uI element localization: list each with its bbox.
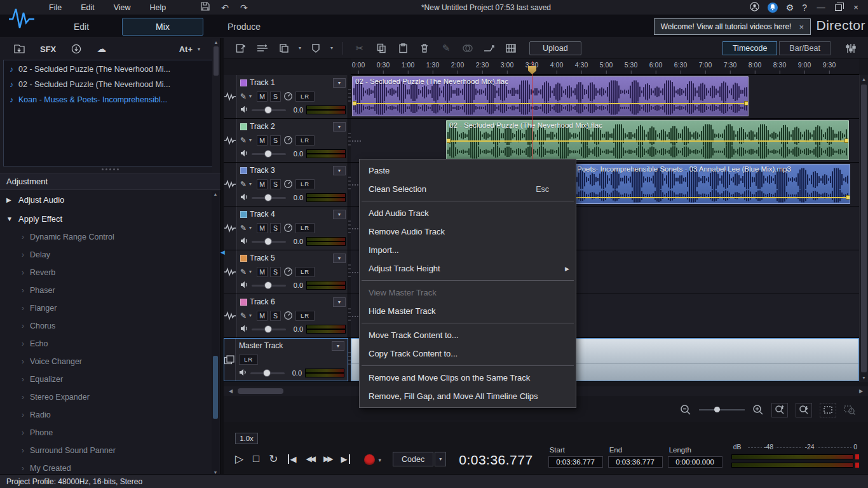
playback-speed[interactable]: 1.0x [235, 433, 258, 444]
field-value[interactable]: 0:03:36.777 [608, 456, 663, 468]
channel-lr-button[interactable]: LR [295, 223, 315, 233]
undo-icon[interactable]: ↶ [221, 3, 229, 13]
panel-collapse-icon[interactable]: ◀ [220, 249, 225, 255]
redo-icon[interactable]: ↷ [240, 3, 248, 13]
track-menu-button[interactable]: ▼ [333, 78, 346, 88]
caret-down-icon[interactable]: ▾ [296, 45, 304, 51]
volume-slider-thumb[interactable] [264, 106, 272, 114]
speaker-icon[interactable] [240, 236, 248, 247]
caret-down-icon[interactable]: ▾ [249, 181, 254, 187]
context-menu-item[interactable]: ▶ [360, 320, 576, 326]
vertical-zoom-out-icon[interactable] [771, 403, 788, 417]
effect-item[interactable]: › Phaser [0, 281, 220, 299]
automation-keyframe[interactable] [352, 101, 356, 105]
loop-button[interactable]: ↻ [269, 452, 278, 466]
context-menu-item[interactable]: ▶ [360, 278, 576, 283]
track-lane[interactable]: 02 - Secluded Puzzle (The Neverhood Mix)… [351, 119, 859, 162]
effect-item[interactable]: › Stereo Expander [0, 388, 220, 406]
volume-slider[interactable] [252, 241, 286, 243]
scrollbar-thumb[interactable] [861, 85, 867, 372]
rewind-button[interactable]: ◀◀ [306, 454, 314, 463]
volume-slider-thumb[interactable] [264, 238, 272, 245]
next-button[interactable]: ▶ [341, 454, 350, 464]
scrollbar-thumb[interactable] [238, 388, 283, 394]
zoom-in-icon[interactable] [752, 404, 764, 416]
mute-button[interactable]: M [257, 135, 268, 146]
volume-slider-thumb[interactable] [264, 281, 272, 289]
track-lane[interactable]: 02 - Secluded Puzzle (The Neverhood Mix)… [351, 75, 859, 118]
solo-button[interactable]: S [270, 92, 281, 102]
volume-slider-thumb[interactable] [263, 369, 271, 377]
effect-item[interactable]: › Voice Changer [0, 353, 220, 370]
snap-grid-icon[interactable] [501, 41, 520, 56]
context-menu-item[interactable]: Clean Selection Esc ▶ [360, 180, 576, 198]
track-header[interactable]: Track 6 ▼ ✎ ▾ M S LR [224, 294, 348, 337]
help-icon[interactable]: ? [802, 3, 807, 13]
effect-item[interactable]: › Chorus [0, 317, 220, 335]
automation-keyframe[interactable] [744, 101, 749, 105]
record-button[interactable] [364, 454, 375, 465]
volume-slider[interactable] [252, 153, 286, 155]
edit-track-icon[interactable]: ✎ [240, 268, 247, 276]
vertical-scrollbar[interactable]: ▲ ▼ [859, 75, 868, 382]
context-menu-item[interactable]: Remove, Fill Gap, and Move All Timeline … [360, 387, 576, 405]
channel-lr-button[interactable]: LR [295, 135, 315, 146]
effect-item[interactable]: › Flanger [0, 299, 220, 317]
effect-item[interactable]: › My Created [0, 459, 220, 474]
pan-knob[interactable] [283, 223, 293, 233]
menu-item[interactable]: View [104, 0, 140, 15]
track-menu-button[interactable]: ▼ [332, 341, 344, 351]
track-header[interactable]: Track 5 ▼ ✎ ▾ M S LR [224, 250, 348, 294]
track-menu-button[interactable]: ▼ [333, 210, 346, 219]
mute-button[interactable]: M [257, 311, 268, 321]
zoom-out-icon[interactable] [680, 404, 691, 416]
add-track-icon[interactable] [253, 41, 272, 56]
mute-button[interactable]: M [257, 92, 268, 102]
normalize-icon[interactable] [231, 41, 250, 56]
track-header[interactable]: Master Track ▼ ✎ ▾ M S [224, 338, 348, 381]
delete-icon[interactable] [415, 41, 434, 56]
library-item[interactable]: ♪ 02 - Secluded Puzzle (The Neverhood Mi… [4, 62, 217, 77]
channel-lr-button[interactable]: LR [295, 267, 315, 277]
volume-slider[interactable] [252, 285, 286, 287]
volume-slider-thumb[interactable] [264, 194, 272, 201]
ruler[interactable]: 0:000:301:001:302:002:303:003:304:004:30… [351, 58, 859, 75]
solo-button[interactable]: S [270, 311, 281, 321]
effect-item[interactable]: › Radio [0, 406, 220, 424]
automation-keyframe[interactable] [844, 139, 849, 143]
context-menu-item[interactable]: Import... ▶ [360, 241, 576, 259]
volume-slider[interactable] [252, 109, 286, 111]
track-menu-button[interactable]: ▼ [333, 122, 346, 132]
channel-lr-button[interactable]: LR [239, 355, 258, 365]
track-header[interactable]: Track 1 ▼ ✎ ▾ M S LR [224, 75, 348, 118]
barbeat-toggle-button[interactable]: Bar/Beat [779, 41, 831, 55]
library-item[interactable]: ♪ 02 - Secluded Puzzle (The Neverhood Mi… [4, 77, 217, 92]
tab-mix[interactable]: Mix [122, 18, 203, 36]
menu-item[interactable]: Help [140, 0, 176, 15]
volume-automation-line[interactable] [353, 103, 748, 104]
paste-icon[interactable] [393, 41, 412, 56]
volume-automation-line[interactable] [447, 140, 848, 142]
panel-resize-handle[interactable] [0, 166, 220, 172]
track-header[interactable]: Track 2 ▼ ✎ ▾ M S LR [224, 119, 348, 162]
menu-item[interactable]: Edit [71, 0, 104, 15]
effect-item[interactable]: › Equalizer [0, 370, 220, 388]
context-menu-item[interactable]: Add Audio Track ▶ [360, 204, 576, 222]
speaker-icon[interactable] [240, 148, 248, 159]
speaker-icon[interactable] [240, 192, 248, 203]
automation-keyframe[interactable] [446, 139, 451, 143]
clip-tool-icon[interactable] [275, 41, 294, 56]
effect-item[interactable]: › Phone [0, 424, 220, 442]
tooltip-close-icon[interactable]: × [799, 22, 804, 32]
scroll-down-icon[interactable]: ▼ [860, 376, 868, 380]
volume-slider[interactable] [250, 372, 285, 374]
speaker-icon[interactable] [240, 280, 248, 291]
tab-produce[interactable]: Produce [203, 18, 285, 35]
effect-item[interactable]: › Surround Sound Panner [0, 442, 220, 459]
solo-button[interactable]: S [270, 267, 281, 277]
pan-knob[interactable] [283, 135, 293, 145]
restore-button[interactable] [835, 4, 842, 11]
minimize-button[interactable]: — [815, 3, 827, 12]
channel-lr-button[interactable]: LR [295, 179, 315, 189]
text-to-speech-button[interactable]: At+ ▾ [179, 44, 203, 54]
